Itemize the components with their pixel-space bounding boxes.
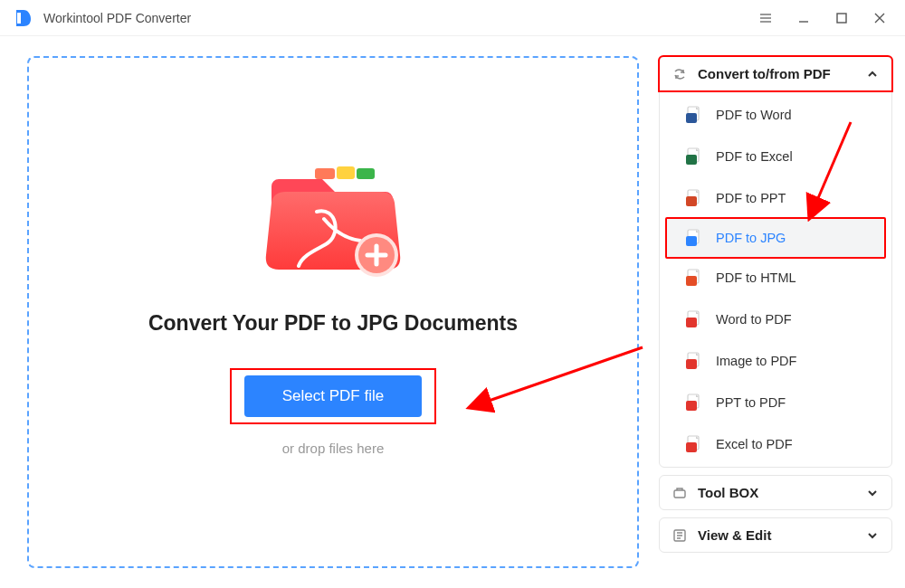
chevron-up-icon (866, 68, 879, 81)
panel-label: Convert to/from PDF (698, 66, 866, 81)
pdf-file-icon (685, 310, 703, 328)
svg-rect-16 (686, 276, 697, 286)
menu-item-label: PDF to Excel (716, 149, 793, 164)
svg-rect-18 (686, 318, 697, 327)
pdf-file-icon (685, 394, 703, 412)
menu-item-label: PPT to PDF (716, 395, 786, 410)
menu-item-pdf-to-ppt[interactable]: PDF to PPT (660, 177, 891, 219)
menu-item-image-to-pdf[interactable]: Image to PDF (660, 340, 891, 382)
html-file-icon (685, 269, 703, 287)
panel-toolbox: Tool BOX (659, 475, 892, 510)
menu-item-word-to-pdf[interactable]: Word to PDF (660, 299, 891, 340)
panel-convert: Convert to/from PDF PDF to Word PDF to E… (659, 56, 892, 468)
toolbox-icon (672, 486, 689, 500)
dropzone-headline: Convert Your PDF to JPG Documents (148, 311, 518, 336)
svg-rect-8 (686, 113, 697, 123)
svg-rect-12 (686, 196, 697, 206)
menu-item-label: Word to PDF (716, 312, 792, 327)
chevron-down-icon (866, 529, 879, 542)
menu-item-label: Excel to PDF (716, 437, 793, 451)
menu-item-label: Image to PDF (716, 354, 796, 368)
excel-file-icon (685, 147, 703, 166)
panel-label: Tool BOX (698, 485, 866, 500)
menu-item-label: PDF to PPT (716, 191, 786, 205)
view-edit-icon (672, 528, 689, 543)
convert-icon (672, 67, 689, 81)
menu-item-pdf-to-html[interactable]: PDF to HTML (660, 257, 891, 299)
panel-label: View & Edit (698, 527, 866, 543)
menu-item-label: PDF to Word (716, 108, 792, 122)
menu-item-excel-to-pdf[interactable]: Excel to PDF (660, 423, 891, 465)
panel-header-viewedit[interactable]: View & Edit (660, 518, 891, 552)
file-dropzone[interactable]: Convert Your PDF to JPG Documents Select… (27, 56, 639, 568)
svg-rect-20 (686, 359, 697, 369)
menu-item-label: PDF to JPG (716, 231, 786, 245)
app-title: Workintool PDF Converter (43, 11, 748, 25)
menu-item-ppt-to-pdf[interactable]: PPT to PDF (660, 382, 891, 423)
titlebar: Workintool PDF Converter (0, 0, 905, 36)
svg-rect-0 (17, 13, 21, 24)
ppt-file-icon (685, 189, 703, 207)
select-button-highlight: Select PDF file (230, 368, 436, 424)
drop-hint: or drop files here (282, 441, 385, 456)
panel-header-toolbox[interactable]: Tool BOX (660, 476, 891, 509)
maximize-button[interactable] (824, 3, 860, 33)
svg-rect-2 (315, 168, 335, 179)
svg-rect-24 (686, 442, 697, 452)
svg-rect-14 (686, 236, 697, 246)
menu-button[interactable] (748, 3, 784, 33)
window-controls (748, 3, 898, 33)
word-file-icon (685, 106, 703, 124)
chevron-down-icon (866, 487, 879, 499)
sidebar: Convert to/from PDF PDF to Word PDF to E… (659, 56, 892, 568)
svg-rect-22 (686, 401, 697, 411)
folder-pdf-icon (261, 159, 405, 286)
menu-item-pdf-to-excel[interactable]: PDF to Excel (660, 136, 891, 177)
svg-rect-25 (674, 490, 685, 498)
jpg-file-icon (685, 229, 703, 247)
select-pdf-button[interactable]: Select PDF file (244, 375, 422, 417)
svg-rect-3 (337, 166, 355, 179)
svg-rect-1 (837, 14, 846, 23)
menu-item-pdf-to-word[interactable]: PDF to Word (660, 94, 891, 136)
panel-body-convert: PDF to Word PDF to Excel PDF to PPT PDF … (660, 92, 891, 467)
pdf-file-icon (685, 352, 703, 370)
panel-viewedit: View & Edit (659, 517, 892, 553)
svg-rect-10 (686, 155, 697, 165)
pdf-file-icon (685, 435, 703, 453)
menu-item-label: PDF to HTML (716, 270, 796, 285)
panel-header-convert[interactable]: Convert to/from PDF (658, 55, 893, 92)
close-button[interactable] (862, 3, 898, 33)
svg-rect-4 (357, 168, 375, 179)
app-logo-icon (13, 7, 34, 29)
minimize-button[interactable] (786, 3, 822, 33)
menu-item-pdf-to-jpg[interactable]: PDF to JPG (665, 217, 886, 259)
